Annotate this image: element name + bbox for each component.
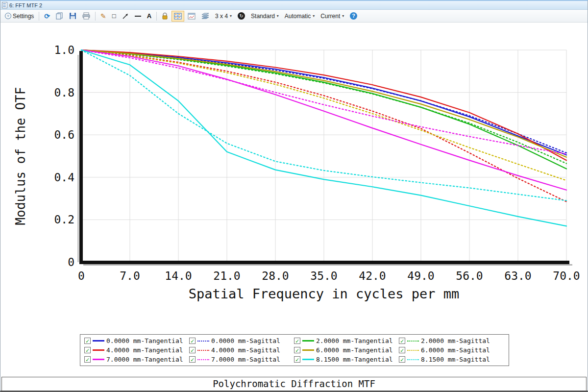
- legend-line-sample: [302, 359, 314, 360]
- draw-text-button[interactable]: A: [145, 11, 154, 22]
- legend-line-sample: [407, 341, 419, 342]
- legend-checkbox[interactable]: ✓: [399, 356, 405, 363]
- legend-line-sample: [197, 359, 209, 360]
- x-tick-label: 56.0: [456, 270, 483, 282]
- legend-item: ✓0.0000 mm-Tangential: [84, 337, 189, 345]
- grid-view-button[interactable]: [172, 11, 184, 22]
- legend-checkbox[interactable]: ✓: [84, 338, 91, 344]
- standard-dropdown[interactable]: Standard ▾: [248, 11, 281, 22]
- settings-label: Settings: [13, 13, 34, 20]
- titlebar[interactable]: 6: FFT MTF 2: [0, 1, 588, 10]
- window-view-button[interactable]: [185, 11, 198, 22]
- x-axis-shadow: [83, 264, 572, 266]
- y-tick-label: 0.6: [54, 128, 74, 141]
- draw-arrow-button[interactable]: [120, 11, 131, 22]
- legend-checkbox[interactable]: ✓: [84, 347, 91, 353]
- legend-label: 8.1500 mm-Sagittal: [421, 356, 490, 363]
- y-axis-title: Modulus of the OTF: [13, 87, 28, 225]
- legend-checkbox[interactable]: ✓: [294, 338, 300, 344]
- legend-checkbox[interactable]: ✓: [189, 347, 196, 353]
- x-axis-bar: [79, 261, 569, 264]
- help-icon: ?: [350, 12, 357, 20]
- legend-checkbox[interactable]: ✓: [399, 347, 405, 353]
- y-tick-label: 0.4: [54, 171, 74, 184]
- legend-line-sample: [197, 350, 209, 351]
- chevron-down-icon: ▾: [230, 14, 232, 18]
- legend-checkbox[interactable]: ✓: [189, 338, 196, 344]
- line-icon: [135, 16, 141, 17]
- y-axis-shadow: [77, 55, 79, 262]
- legend-checkbox[interactable]: ✓: [189, 356, 196, 363]
- legend-label: 6.0000 mm-Tangential: [316, 346, 393, 354]
- chevron-down-icon: ▾: [277, 14, 279, 18]
- legend: ✓0.0000 mm-Tangential✓0.0000 mm-Sagittal…: [80, 334, 509, 366]
- toolbar-separator: [156, 12, 157, 21]
- legend-checkbox[interactable]: ✓: [294, 356, 300, 363]
- y-axis-bar: [79, 51, 83, 264]
- legend-item: ✓8.1500 mm-Sagittal: [399, 355, 504, 364]
- automatic-dropdown[interactable]: Automatic ▾: [282, 11, 317, 22]
- layers-button[interactable]: [199, 11, 212, 22]
- legend-line-sample: [302, 349, 314, 351]
- layout-dropdown[interactable]: 3 x 4 ▾: [213, 11, 234, 22]
- legend-label: 0.0000 mm-Sagittal: [211, 337, 280, 344]
- window-view-icon: [188, 13, 196, 20]
- x-tick-label: 35.0: [310, 270, 337, 282]
- text-tool-icon: A: [147, 13, 151, 19]
- window-icon: [2, 2, 7, 8]
- save-icon: [69, 12, 76, 20]
- refresh-icon: ⟳: [44, 13, 50, 20]
- lock-button[interactable]: [159, 11, 171, 22]
- legend-line-sample: [407, 350, 419, 351]
- chart-area: 00.20.40.60.81.007.014.021.028.035.042.0…: [0, 23, 588, 391]
- standard-label: Standard: [251, 13, 275, 20]
- legend-item: ✓2.0000 mm-Tangential: [294, 337, 399, 345]
- y-tick-label: 1.0: [54, 44, 74, 56]
- current-dropdown[interactable]: Current ▾: [318, 11, 346, 22]
- legend-item: ✓7.0000 mm-Tangential: [84, 355, 189, 364]
- legend-item: ✓0.0000 mm-Sagittal: [189, 337, 294, 345]
- x-tick-label: 70.0: [553, 270, 580, 282]
- legend-item: ✓4.0000 mm-Sagittal: [189, 346, 294, 354]
- x-tick-label: 0: [78, 270, 85, 282]
- print-icon: [82, 12, 90, 20]
- rectangle-icon: □: [112, 13, 116, 19]
- chart-title-box: Polychromatic Diffraction MTF: [1, 377, 587, 391]
- toolbar: ˅ Settings ⟳ ✎ □ A: [0, 10, 588, 23]
- draw-line-button[interactable]: [132, 11, 144, 22]
- legend-checkbox[interactable]: ✓: [84, 356, 91, 363]
- history-button[interactable]: ↻: [235, 11, 247, 22]
- refresh-button[interactable]: ⟳: [42, 11, 52, 22]
- chevron-down-icon: ▾: [342, 14, 344, 18]
- mtf-plot: 00.20.40.60.81.007.014.021.028.035.042.0…: [0, 23, 588, 326]
- copy-button[interactable]: [53, 11, 66, 22]
- print-button[interactable]: [80, 11, 93, 22]
- legend-label: 4.0000 mm-Tangential: [106, 346, 183, 354]
- legend-label: 2.0000 mm-Tangential: [316, 337, 393, 344]
- legend-item: ✓6.0000 mm-Tangential: [294, 346, 399, 354]
- legend-item: ✓4.0000 mm-Tangential: [84, 346, 189, 354]
- legend-line-sample: [197, 341, 209, 342]
- x-tick-label: 14.0: [165, 270, 192, 282]
- toolbar-separator: [95, 12, 96, 21]
- settings-button[interactable]: ˅ Settings: [2, 11, 36, 22]
- help-button[interactable]: ?: [347, 11, 360, 22]
- save-button[interactable]: [67, 11, 79, 22]
- x-tick-label: 7.0: [120, 270, 140, 282]
- x-axis-title: Spatial Frequency in cycles per mm: [189, 286, 460, 301]
- legend-line-sample: [93, 359, 104, 360]
- legend-item: ✓7.0000 mm-Sagittal: [189, 355, 294, 364]
- legend-checkbox[interactable]: ✓: [294, 347, 300, 353]
- draw-rectangle-button[interactable]: □: [110, 11, 119, 22]
- legend-line-sample: [302, 340, 314, 342]
- legend-label: 8.1500 mm-Tangential: [316, 356, 393, 363]
- y-tick-label: 0.2: [54, 213, 74, 226]
- chevron-down-icon: ▾: [313, 14, 315, 18]
- legend-label: 2.0000 mm-Sagittal: [421, 337, 490, 344]
- x-tick-label: 63.0: [504, 270, 531, 282]
- legend-item: ✓2.0000 mm-Sagittal: [399, 337, 504, 345]
- x-tick-label: 28.0: [262, 270, 289, 282]
- draw-pencil-button[interactable]: ✎: [98, 11, 109, 22]
- chevron-down-icon: ˅: [5, 13, 11, 19]
- legend-checkbox[interactable]: ✓: [399, 338, 405, 344]
